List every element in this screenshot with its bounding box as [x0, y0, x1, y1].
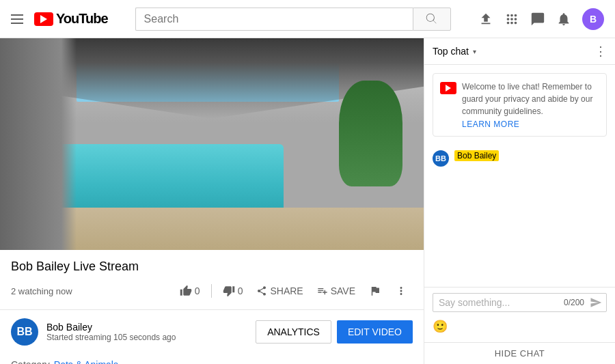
yt-welcome-icon	[440, 82, 456, 94]
watching-count: 2 watching now	[11, 286, 72, 296]
search-input[interactable]	[135, 8, 413, 31]
channel-details: Bob Bailey Started streaming 105 seconds…	[46, 322, 247, 342]
pool-scene	[0, 38, 424, 250]
thumbs-down-icon	[223, 285, 235, 297]
chat-bottom-row: 🙂	[433, 312, 607, 337]
search-icon	[426, 13, 438, 25]
chat-message: BB Bob Bailey	[433, 150, 607, 167]
chat-input-area: 0/200 🙂	[424, 287, 615, 342]
chat-messages: BB Bob Bailey	[424, 145, 615, 287]
tree	[339, 81, 402, 186]
more-button[interactable]	[390, 281, 413, 301]
chat-input[interactable]	[439, 297, 558, 308]
header-right: B	[478, 8, 604, 30]
main-content: Bob Bailey Live Stream 2 watching now 0 …	[0, 38, 615, 364]
flag-button[interactable]	[364, 281, 387, 301]
category-row: Category Pets & Animals	[0, 354, 424, 364]
menu-icon[interactable]	[11, 14, 23, 24]
youtube-logo-text: YouTube	[56, 11, 108, 27]
messages-icon[interactable]	[530, 12, 545, 27]
channel-buttons: ANALYTICS EDIT VIDEO	[256, 320, 413, 344]
category-link[interactable]: Pets & Animals	[54, 359, 118, 364]
left-pillar	[0, 38, 77, 250]
action-divider	[211, 284, 212, 298]
notifications-icon[interactable]	[556, 12, 571, 27]
channel-name: Bob Bailey	[46, 322, 247, 333]
video-actions: 0 0 SHARE SAVE	[174, 281, 413, 301]
analytics-button[interactable]: ANALYTICS	[256, 320, 331, 344]
share-button[interactable]: SHARE	[251, 281, 308, 300]
chat-msg-content: Bob Bailey	[454, 150, 499, 160]
chevron-down-icon: ▾	[473, 48, 476, 55]
emoji-button[interactable]: 🙂	[433, 319, 448, 334]
like-button[interactable]: 0	[174, 281, 206, 301]
video-meta: 2 watching now 0 0 SHARE	[11, 281, 413, 301]
learn-more-link[interactable]: LEARN MORE	[462, 120, 599, 129]
chat-send-button[interactable]	[590, 296, 602, 309]
pool-water	[51, 144, 284, 212]
chat-msg-avatar: BB	[433, 150, 449, 167]
chat-more-icon[interactable]: ⋮	[594, 44, 607, 59]
flag-icon	[369, 285, 381, 297]
hide-chat-button[interactable]: HIDE CHAT	[424, 342, 615, 364]
thumbs-up-icon	[180, 285, 192, 297]
apps-icon[interactable]	[504, 12, 519, 27]
share-label: SHARE	[270, 285, 303, 296]
save-label: SAVE	[331, 285, 355, 296]
search-button[interactable]	[413, 8, 451, 31]
upload-icon[interactable]	[478, 12, 493, 27]
video-player[interactable]	[0, 38, 424, 250]
video-player-inner	[0, 38, 424, 250]
edit-video-button[interactable]: EDIT VIDEO	[337, 320, 413, 344]
chat-header: Top chat ▾ ⋮	[424, 38, 615, 65]
more-icon	[395, 285, 407, 297]
yt-red-icon	[34, 12, 53, 26]
search-bar	[135, 8, 451, 31]
video-title: Bob Bailey Live Stream	[11, 258, 413, 275]
share-icon	[256, 285, 267, 296]
like-count: 0	[195, 285, 200, 296]
header-left: YouTube	[11, 11, 108, 27]
send-icon	[590, 296, 602, 309]
chat-welcome-text: Welcome to live chat! Remember to guard …	[462, 82, 592, 116]
dislike-count: 0	[238, 285, 243, 296]
save-icon	[317, 285, 328, 296]
channel-subtitle: Started streaming 105 seconds ago	[46, 333, 247, 342]
video-info: Bob Bailey Live Stream 2 watching now 0 …	[0, 250, 424, 309]
avatar[interactable]: B	[582, 8, 604, 30]
channel-info: BB Bob Bailey Started streaming 105 seco…	[0, 309, 424, 354]
chat-author-name: Bob Bailey	[454, 150, 499, 161]
chat-title: Top chat	[433, 46, 469, 57]
category-label: Category	[11, 359, 50, 364]
chat-welcome-content: Welcome to live chat! Remember to guard …	[462, 81, 599, 129]
channel-avatar[interactable]: BB	[11, 318, 38, 346]
chat-input-box: 0/200	[433, 293, 607, 312]
header: YouTube B	[0, 0, 615, 38]
dislike-button[interactable]: 0	[217, 281, 249, 301]
video-section: Bob Bailey Live Stream 2 watching now 0 …	[0, 38, 424, 364]
save-button[interactable]: SAVE	[312, 281, 361, 300]
chat-title-area[interactable]: Top chat ▾	[433, 46, 476, 57]
chat-section: Top chat ▾ ⋮ Welcome to live chat! Remem…	[424, 38, 615, 364]
chat-char-count: 0/200	[564, 298, 584, 307]
youtube-logo[interactable]: YouTube	[34, 11, 108, 27]
chat-welcome: Welcome to live chat! Remember to guard …	[433, 73, 607, 137]
